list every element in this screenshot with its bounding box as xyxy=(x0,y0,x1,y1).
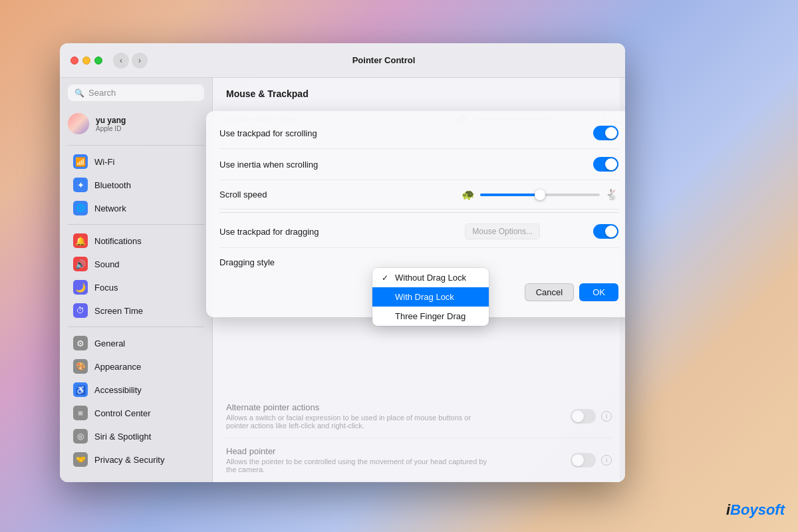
dragging-style-dropdown[interactable]: ✓ Without Drag Lock With Drag Lock Three… xyxy=(372,268,489,326)
sidebar-label-general: General xyxy=(94,338,125,348)
sidebar-section-network: 📶 Wi-Fi ✦ Bluetooth 🌐 Network xyxy=(60,148,212,221)
sidebar-item-sound[interactable]: 🔊 Sound xyxy=(64,253,208,275)
maximize-button[interactable] xyxy=(94,57,102,65)
sidebar-item-bluetooth[interactable]: ✦ Bluetooth xyxy=(64,174,208,196)
inertia-toggle[interactable] xyxy=(593,157,618,172)
inertia-label: Use inertia when scrolling xyxy=(219,160,593,170)
scroll-speed-row: Scroll speed 🐢 🐇 xyxy=(219,180,618,209)
user-subtitle: Apple ID xyxy=(96,125,126,132)
privacy-icon: 🤝 xyxy=(73,452,88,467)
sidebar-item-general[interactable]: ⚙ General xyxy=(64,332,208,354)
head-pointer-row: Head pointer Allows the pointer to be co… xyxy=(226,438,612,482)
sidebar: 🔍 Search yu yang Apple ID 📶 Wi-Fi xyxy=(60,78,213,482)
user-info: yu yang Apple ID xyxy=(96,116,126,132)
sidebar-divider xyxy=(68,145,204,146)
sidebar-item-siri[interactable]: ◎ Siri & Spotlight xyxy=(64,425,208,448)
sidebar-label-focus: Focus xyxy=(94,283,118,293)
dropdown-option-without[interactable]: ✓ Without Drag Lock xyxy=(372,268,489,287)
dropdown-label-with: With Drag Lock xyxy=(395,292,454,302)
window-title: Pointer Control xyxy=(153,55,614,65)
search-input-placeholder[interactable]: Search xyxy=(88,88,116,98)
sidebar-item-focus[interactable]: 🌙 Focus xyxy=(64,276,208,299)
panel-overlay: Use trackpad for scrolling Use inertia w… xyxy=(206,111,625,317)
sidebar-section-media: 🔔 Notifications 🔊 Sound 🌙 Focus ⏱ Screen… xyxy=(60,227,212,324)
slow-scroll-icon: 🐢 xyxy=(462,188,475,201)
scroll-speed-slider-container: 🐢 🐇 xyxy=(462,188,618,201)
iboysoft-logo: iBoysoft xyxy=(726,501,785,519)
user-name: yu yang xyxy=(96,116,126,125)
accessibility-icon: ♿ xyxy=(73,382,88,397)
sidebar-label-wifi: Wi-Fi xyxy=(94,157,114,167)
sound-icon: 🔊 xyxy=(73,257,88,271)
dropdown-option-three[interactable]: Three Finger Drag xyxy=(372,307,489,326)
minimize-button[interactable] xyxy=(82,57,90,65)
alternate-info-icon[interactable]: i xyxy=(601,411,612,422)
sidebar-item-controlcenter[interactable]: ≡ Control Center xyxy=(64,402,208,424)
siri-icon: ◎ xyxy=(73,429,88,444)
alternate-pointer-toggle[interactable] xyxy=(571,409,596,424)
dragging-toggle[interactable] xyxy=(593,224,618,239)
general-icon: ⚙ xyxy=(73,336,88,350)
alternate-pointer-controls: i xyxy=(571,409,612,424)
sidebar-item-accessibility[interactable]: ♿ Accessibility xyxy=(64,378,208,401)
sidebar-label-privacy: Privacy & Security xyxy=(94,455,164,465)
main-content: Mouse & Trackpad Double-click speed 🐢 🐇 xyxy=(213,78,625,482)
sidebar-label-screentime: Screen Time xyxy=(94,306,143,316)
bluetooth-icon: ✦ xyxy=(73,178,88,192)
forward-button[interactable]: › xyxy=(132,53,148,68)
alternate-pointer-subtitle: Allows a switch or facial expression to … xyxy=(226,414,492,430)
sidebar-label-notifications: Notifications xyxy=(94,236,142,246)
cancel-button[interactable]: Cancel xyxy=(525,283,574,301)
wifi-icon: 📶 xyxy=(73,154,88,169)
dropdown-label-without: Without Drag Lock xyxy=(395,273,466,283)
checkmark-without: ✓ xyxy=(382,273,391,283)
traffic-lights xyxy=(70,57,102,65)
head-pointer-subtitle: Allows the pointer to be controlled usin… xyxy=(226,458,492,473)
fast-scroll-icon: 🐇 xyxy=(605,188,618,201)
sidebar-item-appearance[interactable]: 🎨 Appearance xyxy=(64,355,208,378)
back-button[interactable]: ‹ xyxy=(113,53,129,68)
head-toggle-knob xyxy=(572,454,584,466)
section-title: Mouse & Trackpad xyxy=(213,78,625,104)
head-info-icon[interactable]: i xyxy=(601,455,612,466)
sidebar-item-network[interactable]: 🌐 Network xyxy=(64,197,208,219)
nav-buttons: ‹ › xyxy=(113,53,148,68)
sidebar-item-screentime[interactable]: ⏱ Screen Time xyxy=(64,299,208,322)
window-body: 🔍 Search yu yang Apple ID 📶 Wi-Fi xyxy=(60,78,625,482)
search-bar[interactable]: 🔍 Search xyxy=(68,84,204,101)
sidebar-label-accessibility: Accessibility xyxy=(94,385,142,395)
alternate-toggle-knob xyxy=(572,410,584,422)
search-icon: 🔍 xyxy=(74,88,84,98)
notifications-icon: 🔔 xyxy=(73,233,88,248)
network-icon: 🌐 xyxy=(73,201,88,215)
user-profile[interactable]: yu yang Apple ID xyxy=(60,108,212,140)
dragging-style-label: Dragging style xyxy=(219,256,618,267)
scroll-speed-label: Scroll speed xyxy=(219,190,462,200)
sidebar-section-system: ⚙ General 🎨 Appearance ♿ Accessibility ≡… xyxy=(60,330,212,473)
sidebar-item-notifications[interactable]: 🔔 Notifications xyxy=(64,229,208,252)
alternate-pointer-title: Alternate pointer actions xyxy=(226,402,571,412)
head-pointer-title: Head pointer xyxy=(226,446,571,456)
close-button[interactable] xyxy=(70,57,78,65)
controlcenter-icon: ≡ xyxy=(73,406,88,420)
sidebar-label-sound: Sound xyxy=(94,259,120,269)
sidebar-item-wifi[interactable]: 📶 Wi-Fi xyxy=(64,150,208,173)
mouse-options-button[interactable]: Mouse Options... xyxy=(465,223,540,239)
scroll-speed-slider[interactable] xyxy=(480,194,600,196)
sidebar-label-bluetooth: Bluetooth xyxy=(94,180,131,190)
scrolling-row: Use trackpad for scrolling xyxy=(219,118,618,149)
scrolling-toggle[interactable] xyxy=(593,126,618,140)
alternate-pointer-content: Alternate pointer actions Allows a switc… xyxy=(226,402,571,430)
titlebar: ‹ › Pointer Control xyxy=(60,43,625,78)
sidebar-label-appearance: Appearance xyxy=(94,362,141,372)
dropdown-option-with[interactable]: With Drag Lock xyxy=(372,287,489,307)
dragging-row: Use trackpad for dragging Mouse Options.… xyxy=(219,215,618,248)
screentime-icon: ⏱ xyxy=(73,303,88,318)
dragging-toggle-knob xyxy=(605,225,617,237)
dragging-style-row: Dragging style ✓ Without Drag Lock With … xyxy=(219,248,618,275)
dropdown-label-three: Three Finger Drag xyxy=(395,311,466,321)
sidebar-label-controlcenter: Control Center xyxy=(94,408,151,418)
sidebar-item-privacy[interactable]: 🤝 Privacy & Security xyxy=(64,448,208,471)
head-pointer-toggle[interactable] xyxy=(571,453,596,467)
ok-button[interactable]: OK xyxy=(579,283,618,301)
